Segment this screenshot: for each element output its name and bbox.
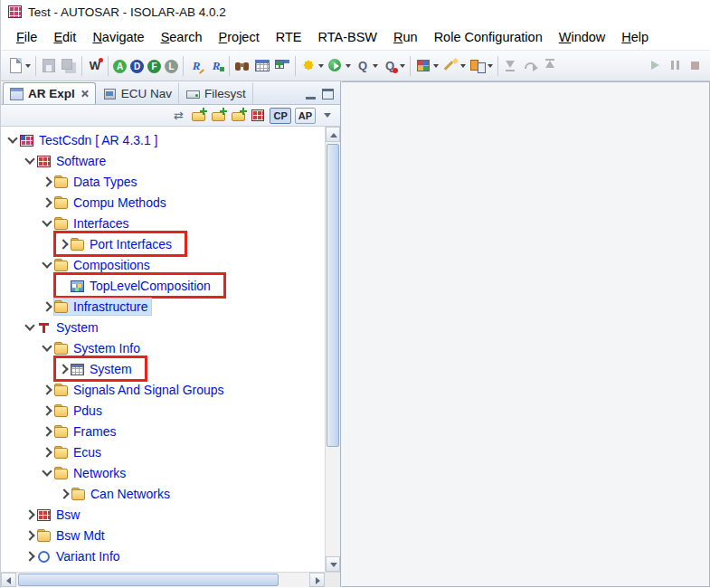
maximize-icon[interactable] bbox=[321, 89, 335, 100]
table-view-icon[interactable] bbox=[252, 55, 272, 77]
scroll-left-icon[interactable] bbox=[1, 573, 16, 587]
step-into-icon[interactable] bbox=[501, 55, 521, 77]
add-package-2-icon[interactable] bbox=[210, 107, 226, 125]
expand-arrow-icon[interactable] bbox=[57, 483, 71, 504]
step-over-icon[interactable] bbox=[521, 55, 541, 77]
new-table-icon[interactable] bbox=[272, 55, 292, 77]
resume-icon[interactable] bbox=[646, 55, 666, 77]
dropdown-caret-icon[interactable] bbox=[25, 64, 31, 68]
view-menu-icon[interactable] bbox=[319, 107, 336, 125]
tree-item-bsw-mdt[interactable]: Bsw Mdt bbox=[1, 525, 325, 545]
tree-item-pdus[interactable]: Pdus bbox=[1, 400, 325, 421]
dropdown-caret-icon[interactable] bbox=[346, 64, 351, 68]
expand-arrow-icon[interactable] bbox=[23, 317, 37, 337]
suspend-icon[interactable] bbox=[666, 55, 686, 77]
expand-arrow-icon[interactable] bbox=[40, 296, 54, 317]
menu-item-edit[interactable]: Edit bbox=[45, 27, 84, 47]
badge-d-icon[interactable]: D bbox=[128, 55, 146, 77]
run-configuration-icon[interactable] bbox=[298, 55, 326, 77]
step-return-icon[interactable] bbox=[541, 55, 561, 77]
terminate-icon[interactable] bbox=[686, 55, 705, 77]
rte-editor-icon[interactable]: R bbox=[186, 55, 206, 77]
menu-item-help[interactable]: Help bbox=[613, 27, 657, 47]
generate-icon[interactable]: Q bbox=[353, 55, 380, 77]
scroll-up-icon[interactable] bbox=[326, 127, 340, 142]
menu-item-rta-bsw[interactable]: RTA-BSW bbox=[309, 27, 385, 47]
expand-arrow-icon[interactable] bbox=[5, 129, 20, 150]
expand-arrow-icon[interactable] bbox=[40, 462, 54, 483]
new-button[interactable] bbox=[5, 55, 33, 77]
badge-f-icon[interactable]: F bbox=[146, 55, 163, 77]
expand-arrow-icon[interactable] bbox=[23, 150, 37, 171]
menu-item-search[interactable]: Search bbox=[153, 27, 211, 47]
expand-arrow-icon[interactable] bbox=[40, 441, 54, 462]
menu-item-window[interactable]: Window bbox=[551, 27, 614, 47]
save-all-icon[interactable] bbox=[59, 55, 79, 77]
expand-arrow-icon[interactable] bbox=[23, 504, 37, 525]
expand-arrow-icon[interactable] bbox=[40, 192, 54, 213]
tree-item-software[interactable]: Software bbox=[1, 150, 325, 171]
save-icon[interactable] bbox=[39, 55, 59, 77]
tree-item-data-types[interactable]: Data Types bbox=[1, 171, 325, 192]
tree-item-toplevelcomposition[interactable]: TopLevelComposition bbox=[1, 275, 325, 296]
expand-arrow-icon[interactable] bbox=[40, 171, 54, 192]
tree-item-infrastructure[interactable]: Infrastructure bbox=[1, 296, 325, 317]
rte-generator-icon[interactable]: R bbox=[206, 55, 226, 77]
dropdown-caret-icon[interactable] bbox=[460, 64, 466, 68]
tree-item-testcsdn[interactable]: TestCsdn [ AR 4.3.1 ] bbox=[1, 129, 325, 150]
dropdown-caret-icon[interactable] bbox=[433, 64, 439, 68]
scroll-down-icon[interactable] bbox=[326, 556, 340, 572]
tree-item-system-info[interactable]: System Info bbox=[1, 337, 325, 358]
dropdown-caret-icon[interactable] bbox=[400, 64, 405, 68]
expand-arrow-icon[interactable] bbox=[56, 233, 71, 254]
expand-arrow-icon[interactable] bbox=[40, 213, 54, 233]
tree-item-ecus[interactable]: Ecus bbox=[1, 441, 325, 462]
magic-wand-icon[interactable] bbox=[440, 55, 468, 77]
expand-arrow-icon[interactable] bbox=[40, 400, 54, 421]
tree-item-can-networks[interactable]: Can Networks bbox=[1, 483, 325, 504]
vertical-scrollbar[interactable] bbox=[325, 127, 340, 572]
compare-merge-icon[interactable] bbox=[468, 55, 495, 77]
badge-a-icon[interactable]: A bbox=[111, 55, 128, 77]
dropdown-caret-icon[interactable] bbox=[318, 64, 324, 68]
tree-item-system[interactable]: System bbox=[1, 317, 325, 337]
badge-l-icon[interactable]: L bbox=[163, 55, 180, 77]
expand-arrow-icon[interactable] bbox=[56, 358, 71, 379]
menu-item-role-configuration[interactable]: Role Configuration bbox=[426, 27, 551, 47]
add-package-3-icon[interactable] bbox=[230, 107, 246, 125]
dropdown-caret-icon[interactable] bbox=[373, 64, 378, 68]
ap-toggle-button[interactable]: AP bbox=[295, 108, 316, 124]
expand-arrow-icon[interactable] bbox=[23, 525, 37, 545]
menu-item-project[interactable]: Project bbox=[211, 27, 268, 47]
dropdown-caret-icon[interactable] bbox=[488, 64, 493, 68]
validate-workspace-icon[interactable]: W bbox=[85, 55, 105, 77]
tab-ar-explorer[interactable]: AR Expl bbox=[3, 82, 96, 104]
tree-item-frames[interactable]: Frames bbox=[1, 421, 325, 441]
expand-arrow-icon[interactable] bbox=[40, 254, 54, 275]
palette-icon[interactable] bbox=[413, 55, 440, 77]
add-package-icon[interactable] bbox=[190, 107, 206, 125]
tab-ecu-navigator[interactable]: ECU Nav bbox=[96, 82, 179, 104]
search-icon[interactable] bbox=[232, 55, 252, 77]
tree-item-signals-and-signal-groups[interactable]: Signals And Signal Groups bbox=[1, 379, 325, 400]
expand-arrow-icon[interactable] bbox=[40, 337, 54, 358]
menu-item-rte[interactable]: RTE bbox=[268, 27, 310, 47]
tree-item-compu-methods[interactable]: Compu Methods bbox=[1, 192, 325, 213]
minimize-icon[interactable] bbox=[304, 89, 317, 100]
tab-filesystem[interactable]: Filesyst bbox=[179, 82, 253, 104]
menu-item-file[interactable]: File bbox=[8, 27, 45, 47]
vertical-scroll-thumb[interactable] bbox=[327, 144, 339, 447]
menu-item-navigate[interactable]: Navigate bbox=[84, 27, 152, 47]
run-button[interactable] bbox=[326, 55, 353, 77]
external-tools-icon[interactable]: Q bbox=[380, 55, 407, 77]
horizontal-scrollbar[interactable] bbox=[1, 573, 325, 587]
expand-arrow-icon[interactable] bbox=[23, 545, 37, 566]
scroll-right-icon[interactable] bbox=[309, 573, 325, 587]
software-component-icon[interactable] bbox=[250, 107, 266, 125]
menu-item-run[interactable]: Run bbox=[385, 27, 426, 47]
horizontal-scroll-thumb[interactable] bbox=[18, 574, 279, 586]
tree-item-port-interfaces[interactable]: Port Interfaces bbox=[1, 233, 325, 254]
expand-arrow-icon[interactable] bbox=[40, 421, 54, 441]
tree-item-bsw[interactable]: Bsw bbox=[1, 504, 325, 525]
cp-toggle-button[interactable]: CP bbox=[270, 108, 290, 124]
